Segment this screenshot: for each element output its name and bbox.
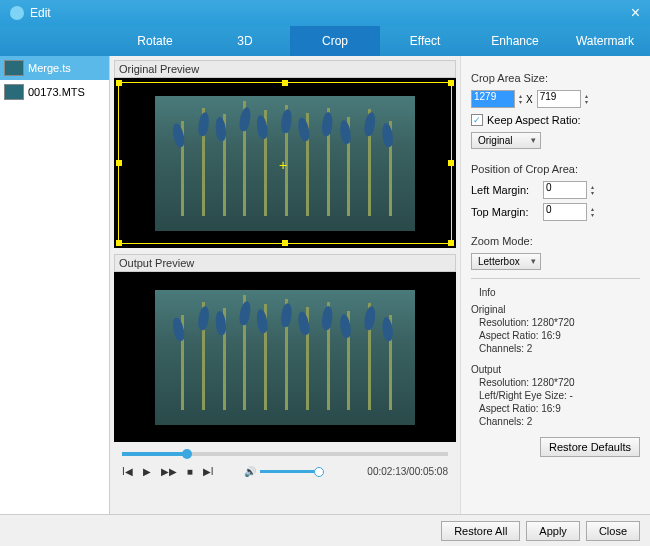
app-icon bbox=[10, 6, 24, 20]
spinner-arrows-icon[interactable]: ▴▾ bbox=[585, 93, 588, 105]
apply-button[interactable]: Apply bbox=[526, 521, 580, 541]
file-thumb bbox=[4, 60, 24, 76]
crop-handle[interactable] bbox=[116, 160, 122, 166]
info-line: Aspect Ratio: 16:9 bbox=[479, 403, 640, 414]
crop-center-icon[interactable]: + bbox=[279, 157, 287, 173]
keep-aspect-label: Keep Aspect Ratio: bbox=[487, 114, 581, 126]
zoom-mode-select[interactable]: Letterbox bbox=[471, 253, 541, 270]
progress-slider[interactable] bbox=[122, 452, 448, 456]
file-name: 00173.MTS bbox=[28, 86, 85, 98]
crop-rectangle[interactable]: + bbox=[118, 82, 452, 244]
tab-bar: Rotate 3D Crop Effect Enhance Watermark bbox=[0, 26, 650, 56]
file-item[interactable]: Merge.ts bbox=[0, 56, 109, 80]
spinner-arrows-icon[interactable]: ▴▾ bbox=[519, 93, 522, 105]
crop-height-input[interactable]: 719 bbox=[537, 90, 581, 108]
restore-all-button[interactable]: Restore All bbox=[441, 521, 520, 541]
info-header: Info bbox=[479, 287, 640, 298]
file-thumb bbox=[4, 84, 24, 100]
play-button[interactable]: ▶ bbox=[143, 466, 151, 477]
tab-watermark[interactable]: Watermark bbox=[560, 26, 650, 56]
info-line: Resolution: 1280*720 bbox=[479, 317, 640, 328]
info-line: Channels: 2 bbox=[479, 343, 640, 354]
next-button[interactable]: ▶I bbox=[203, 466, 214, 477]
crop-handle[interactable] bbox=[448, 160, 454, 166]
crop-handle[interactable] bbox=[448, 80, 454, 86]
file-name: Merge.ts bbox=[28, 62, 71, 74]
stop-button[interactable]: ■ bbox=[187, 466, 193, 477]
info-line: Aspect Ratio: 16:9 bbox=[479, 330, 640, 341]
video-frame bbox=[155, 290, 415, 425]
close-button[interactable]: Close bbox=[586, 521, 640, 541]
original-preview[interactable]: + bbox=[114, 78, 456, 248]
crop-handle[interactable] bbox=[448, 240, 454, 246]
left-margin-input[interactable]: 0 bbox=[543, 181, 587, 199]
titlebar: Edit × bbox=[0, 0, 650, 26]
tab-crop[interactable]: Crop bbox=[290, 26, 380, 56]
file-item[interactable]: 00173.MTS bbox=[0, 80, 109, 104]
restore-defaults-button[interactable]: Restore Defaults bbox=[540, 437, 640, 457]
info-original-header: Original bbox=[471, 304, 640, 315]
top-margin-label: Top Margin: bbox=[471, 206, 539, 218]
spinner-arrows-icon[interactable]: ▴▾ bbox=[591, 184, 594, 196]
crop-handle[interactable] bbox=[282, 80, 288, 86]
crop-width-input[interactable]: 1279 bbox=[471, 90, 515, 108]
aspect-preset-select[interactable]: Original bbox=[471, 132, 541, 149]
crop-size-label: Crop Area Size: bbox=[471, 72, 640, 84]
ff-button[interactable]: ▶▶ bbox=[161, 466, 177, 477]
divider bbox=[471, 278, 640, 279]
tab-3d[interactable]: 3D bbox=[200, 26, 290, 56]
crop-handle[interactable] bbox=[116, 240, 122, 246]
output-preview bbox=[114, 272, 456, 442]
keep-aspect-checkbox[interactable]: ✓ bbox=[471, 114, 483, 126]
crop-handle[interactable] bbox=[116, 80, 122, 86]
prev-button[interactable]: I◀ bbox=[122, 466, 133, 477]
crop-position-label: Position of Crop Area: bbox=[471, 163, 640, 175]
footer: Restore All Apply Close bbox=[0, 514, 650, 546]
timecode: 00:02:13/00:05:08 bbox=[367, 466, 448, 477]
top-margin-input[interactable]: 0 bbox=[543, 203, 587, 221]
info-line: Resolution: 1280*720 bbox=[479, 377, 640, 388]
info-output-header: Output bbox=[471, 364, 640, 375]
volume-icon[interactable]: 🔊 bbox=[244, 466, 256, 477]
left-margin-label: Left Margin: bbox=[471, 184, 539, 196]
preview-column: Original Preview bbox=[110, 56, 460, 514]
output-preview-label: Output Preview bbox=[114, 254, 456, 272]
info-line: Left/Right Eye Size: - bbox=[479, 390, 640, 401]
volume-slider[interactable] bbox=[260, 470, 320, 473]
crop-settings-panel: Crop Area Size: 1279 ▴▾ X 719 ▴▾ ✓ Keep … bbox=[460, 56, 650, 514]
original-preview-label: Original Preview bbox=[114, 60, 456, 78]
crop-handle[interactable] bbox=[282, 240, 288, 246]
tab-enhance[interactable]: Enhance bbox=[470, 26, 560, 56]
transport-bar: I◀ ▶ ▶▶ ■ ▶I 🔊 00:02:13/00:05:08 bbox=[114, 448, 456, 483]
file-sidebar: Merge.ts 00173.MTS bbox=[0, 56, 110, 514]
info-line: Channels: 2 bbox=[479, 416, 640, 427]
zoom-mode-label: Zoom Mode: bbox=[471, 235, 640, 247]
close-icon[interactable]: × bbox=[631, 4, 640, 22]
spinner-arrows-icon[interactable]: ▴▾ bbox=[591, 206, 594, 218]
tab-effect[interactable]: Effect bbox=[380, 26, 470, 56]
tab-rotate[interactable]: Rotate bbox=[110, 26, 200, 56]
window-title: Edit bbox=[30, 6, 631, 20]
